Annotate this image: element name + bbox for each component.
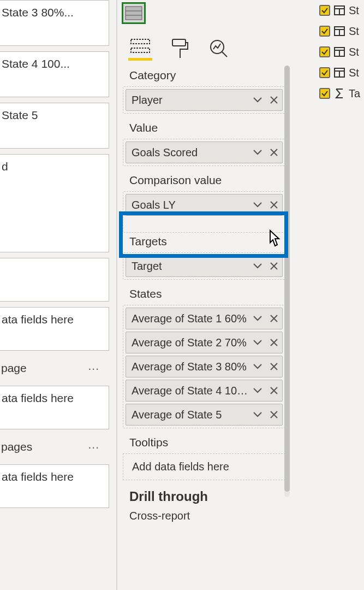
field-list-item[interactable]: St bbox=[318, 42, 364, 62]
pages-row-label: pages bbox=[1, 440, 32, 453]
page-row[interactable]: page··· bbox=[0, 356, 109, 380]
field-pill-label: Goals LY bbox=[126, 199, 249, 211]
ellipsis-icon[interactable]: ··· bbox=[88, 440, 99, 453]
field-pill-state2[interactable]: Average of State 2 70% bbox=[126, 332, 283, 353]
chevron-down-icon[interactable] bbox=[249, 97, 266, 103]
checkbox-checked-icon[interactable] bbox=[319, 5, 330, 16]
drop-field-zone[interactable]: ata fields here bbox=[0, 464, 109, 508]
checkbox-checked-icon[interactable] bbox=[319, 88, 330, 99]
visual-card-label: d bbox=[2, 160, 8, 173]
field-pill-state3[interactable]: Average of State 3 80% bbox=[126, 356, 283, 377]
pages-row[interactable]: pages··· bbox=[0, 435, 109, 459]
chevron-down-icon[interactable] bbox=[249, 340, 266, 345]
remove-field-icon[interactable] bbox=[266, 262, 282, 270]
remove-field-icon[interactable] bbox=[266, 96, 282, 104]
panel-tabs bbox=[117, 29, 291, 61]
remove-field-icon[interactable] bbox=[266, 339, 282, 346]
svg-rect-3 bbox=[131, 39, 150, 44]
field-pill-goals-scored[interactable]: Goals Scored bbox=[126, 141, 283, 163]
category-label: Category bbox=[117, 61, 291, 86]
field-pill-label: Player bbox=[126, 94, 249, 107]
field-list-item[interactable]: St bbox=[318, 62, 364, 83]
placeholder-text: ata fields here bbox=[2, 470, 74, 483]
targets-label: Targets bbox=[117, 233, 291, 252]
report-canvas-partial: State 3 80%... State 4 100... State 5 d … bbox=[0, 0, 109, 514]
remove-field-icon[interactable] bbox=[266, 201, 282, 209]
visual-card-label: State 4 100... bbox=[2, 57, 70, 70]
field-pill-label: Goals Scored bbox=[126, 146, 249, 159]
paint-roller-icon bbox=[170, 38, 189, 59]
cross-report-label: Cross-report bbox=[117, 510, 291, 527]
remove-field-icon[interactable] bbox=[266, 149, 282, 156]
value-well[interactable]: Goals Scored bbox=[123, 139, 285, 166]
comparison-value-well[interactable]: Goals LY bbox=[123, 191, 285, 233]
checkbox-checked-icon[interactable] bbox=[319, 67, 330, 78]
category-well[interactable]: Player bbox=[123, 86, 285, 114]
field-pill-state5[interactable]: Average of State 5 bbox=[126, 404, 283, 426]
drop-field-zone[interactable]: ata fields here bbox=[0, 386, 109, 429]
chevron-down-icon[interactable] bbox=[249, 150, 266, 155]
tab-fields[interactable] bbox=[128, 37, 152, 61]
field-pill-label: Average of State 3 80% bbox=[126, 361, 249, 373]
states-well[interactable]: Average of State 1 60% Average of State … bbox=[123, 305, 285, 428]
placeholder-text: Add data fields here bbox=[132, 461, 229, 473]
field-pill-state1[interactable]: Average of State 1 60% bbox=[126, 308, 283, 329]
field-pill-label: Average of State 1 60% bbox=[126, 312, 249, 325]
remove-field-icon[interactable] bbox=[266, 411, 282, 418]
svg-rect-4 bbox=[131, 48, 150, 52]
field-pill-goals-ly[interactable]: Goals LY bbox=[126, 194, 283, 216]
comparison-value-label: Comparison value bbox=[117, 166, 291, 191]
selected-visual-type bbox=[117, 0, 291, 29]
field-pill-label: Target bbox=[126, 260, 249, 273]
field-list-item[interactable]: St bbox=[318, 0, 364, 21]
field-list-item[interactable]: St bbox=[318, 21, 364, 42]
chevron-down-icon[interactable] bbox=[249, 202, 266, 208]
remove-field-icon[interactable] bbox=[266, 315, 282, 322]
targets-well[interactable]: Target bbox=[123, 252, 285, 280]
field-list-label: St bbox=[349, 4, 359, 17]
visual-card-label: State 3 80%... bbox=[2, 6, 74, 19]
visual-card-large[interactable]: d bbox=[0, 154, 109, 252]
field-pill-label: Average of State 4 100% bbox=[126, 385, 249, 397]
multirow-card-icon[interactable] bbox=[122, 2, 146, 24]
table-icon bbox=[333, 47, 345, 57]
page-row-label: page bbox=[1, 362, 27, 374]
magnifier-chart-icon bbox=[208, 38, 229, 59]
tooltips-label: Tooltips bbox=[117, 428, 291, 453]
fields-list-partial: St St St St Ta bbox=[318, 0, 364, 104]
chevron-down-icon[interactable] bbox=[249, 412, 266, 417]
drop-field-zone[interactable]: ata fields here bbox=[0, 307, 109, 351]
chevron-down-icon[interactable] bbox=[249, 263, 266, 269]
sigma-icon bbox=[333, 88, 345, 99]
chevron-down-icon[interactable] bbox=[249, 388, 266, 393]
value-label: Value bbox=[117, 114, 291, 139]
chevron-down-icon[interactable] bbox=[249, 316, 266, 321]
field-pill-state4[interactable]: Average of State 4 100% bbox=[126, 380, 283, 402]
remove-field-icon[interactable] bbox=[266, 387, 282, 394]
placeholder-text: ata fields here bbox=[2, 313, 74, 326]
visualizations-panel: Category Player Value Goals Scored Compa… bbox=[116, 0, 291, 590]
tab-format[interactable] bbox=[168, 37, 192, 61]
table-icon bbox=[333, 5, 345, 15]
tooltips-well-placeholder[interactable]: Add data fields here bbox=[123, 453, 285, 480]
scroll-thumb[interactable] bbox=[284, 66, 290, 492]
checkbox-checked-icon[interactable] bbox=[319, 26, 330, 37]
visual-card[interactable]: State 4 100... bbox=[0, 51, 109, 97]
visual-card[interactable]: State 5 bbox=[0, 103, 109, 149]
visual-card-label: State 5 bbox=[2, 109, 38, 121]
panel-scrollbar[interactable] bbox=[284, 66, 290, 497]
states-label: States bbox=[117, 280, 291, 305]
visual-card[interactable] bbox=[0, 258, 109, 302]
checkbox-checked-icon[interactable] bbox=[319, 46, 330, 57]
table-icon bbox=[333, 68, 345, 78]
visual-card[interactable]: State 3 80%... bbox=[0, 0, 109, 46]
ellipsis-icon[interactable]: ··· bbox=[88, 362, 99, 375]
field-list-item[interactable]: Ta bbox=[318, 83, 364, 104]
tab-analytics[interactable] bbox=[207, 37, 231, 61]
table-icon bbox=[333, 26, 345, 36]
field-pill-target[interactable]: Target bbox=[126, 255, 283, 277]
field-pill-player[interactable]: Player bbox=[126, 89, 283, 111]
field-pill-label: Average of State 2 70% bbox=[126, 337, 249, 349]
remove-field-icon[interactable] bbox=[266, 363, 282, 370]
chevron-down-icon[interactable] bbox=[249, 364, 266, 369]
